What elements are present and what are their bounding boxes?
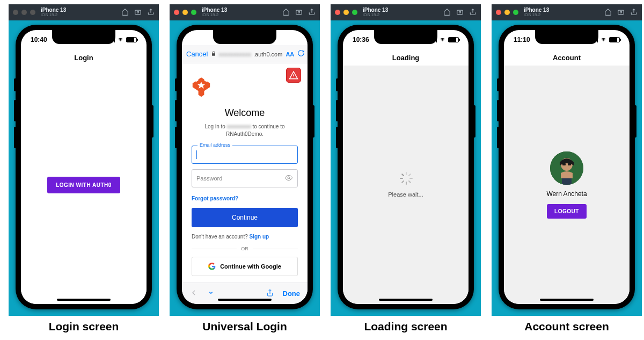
- home-icon[interactable]: [282, 8, 290, 17]
- window-traffic-lights[interactable]: [13, 10, 35, 15]
- share-icon[interactable]: [266, 288, 274, 299]
- minimize-window-dot[interactable]: [182, 10, 188, 15]
- simulator-window: iPhone 13 iOS 15.2 Cancel: [170, 4, 320, 316]
- close-window-dot[interactable]: [174, 10, 179, 15]
- nav-title: Loading: [392, 54, 420, 62]
- url-display[interactable]: xxxxxxxxxxx.auth0.com: [211, 51, 282, 57]
- simulator-titlebar: iPhone 13 iOS 15.2: [331, 4, 481, 20]
- signup-prompt: Don't have an account? Sign up: [192, 234, 298, 240]
- minimize-window-dot[interactable]: [504, 10, 510, 15]
- share-icon[interactable]: [147, 8, 155, 17]
- google-button-label: Continue with Google: [220, 263, 281, 270]
- share-icon[interactable]: [630, 8, 638, 17]
- share-icon[interactable]: [308, 8, 316, 17]
- screenshot-icon[interactable]: [134, 8, 142, 17]
- svg-point-11: [620, 11, 622, 13]
- nav-header: Account: [504, 49, 630, 66]
- login-with-auth0-button[interactable]: LOGIN WITH AUTH0: [47, 177, 120, 193]
- warning-badge[interactable]: [286, 68, 301, 83]
- zoom-window-dot[interactable]: [30, 10, 35, 15]
- universal-login-body: Welcome Log in to xxxxxxxxx to continue …: [182, 63, 308, 283]
- device-screen: Cancel xxxxxxxxxxx.auth0.com AA Welcome: [182, 30, 308, 304]
- simulator-window: iPhone 13 iOS 15.2 10:40: [9, 4, 159, 316]
- loading-body: Please wait...: [343, 66, 469, 304]
- notch: [213, 30, 276, 44]
- cancel-button[interactable]: Cancel: [186, 50, 208, 58]
- device-frame: Cancel xxxxxxxxxxx.auth0.com AA Welcome: [177, 25, 313, 309]
- column-account-screen: iPhone 13 iOS 15.2 11:10: [492, 4, 642, 333]
- home-icon[interactable]: [443, 8, 451, 17]
- window-traffic-lights[interactable]: [174, 10, 196, 15]
- os-version: iOS 15.2: [202, 13, 227, 18]
- device-screen: 10:40 Login LOGIN WITH AUTH0: [21, 30, 147, 304]
- home-icon[interactable]: [604, 8, 612, 17]
- auth0-logo-icon: [192, 77, 211, 99]
- svg-rect-0: [135, 10, 141, 15]
- text-size-button[interactable]: AA: [286, 51, 294, 57]
- zoom-window-dot[interactable]: [513, 10, 518, 15]
- close-window-dot[interactable]: [335, 10, 340, 15]
- email-field[interactable]: Email address: [192, 146, 298, 164]
- os-version: iOS 15.2: [363, 13, 388, 18]
- back-icon[interactable]: [189, 288, 198, 299]
- home-indicator[interactable]: [57, 299, 111, 301]
- signup-link[interactable]: Sign up: [250, 234, 269, 240]
- nav-header: Loading: [343, 49, 469, 66]
- home-icon[interactable]: [121, 8, 129, 17]
- caption: Universal Login: [202, 320, 287, 333]
- logout-button[interactable]: LOGOUT: [547, 204, 587, 219]
- close-window-dot[interactable]: [496, 10, 501, 15]
- refresh-icon[interactable]: [297, 49, 305, 59]
- forward-icon[interactable]: [207, 288, 215, 299]
- column-loading-screen: iPhone 13 iOS 15.2 10:36: [331, 4, 481, 333]
- continue-with-google-button[interactable]: Continue with Google: [192, 257, 298, 276]
- svg-point-7: [288, 177, 290, 179]
- simulator-title: iPhone 13 iOS 15.2: [363, 7, 388, 18]
- safari-nav-arrows: [189, 288, 215, 299]
- continue-button[interactable]: Continue: [192, 208, 298, 227]
- screenshot-icon[interactable]: [295, 8, 303, 17]
- screenshot-icon[interactable]: [456, 8, 464, 17]
- screenshot-icon[interactable]: [617, 8, 625, 17]
- device-frame: 10:36 Loading Please wa: [338, 25, 474, 309]
- window-traffic-lights[interactable]: [335, 10, 357, 15]
- zoom-window-dot[interactable]: [191, 10, 196, 15]
- forgot-password-link[interactable]: Forgot password?: [192, 196, 238, 201]
- password-field[interactable]: Password: [192, 169, 298, 187]
- simulator-toolbar-icons: [604, 4, 638, 20]
- simulator-window: iPhone 13 iOS 15.2 11:10: [492, 4, 642, 316]
- minimize-window-dot[interactable]: [21, 10, 27, 15]
- svg-rect-8: [457, 10, 463, 15]
- status-time: 10:40: [31, 36, 47, 44]
- status-time: 11:10: [514, 36, 530, 44]
- show-password-icon[interactable]: [284, 173, 293, 183]
- url-blurred-part: xxxxxxxxxxx: [218, 51, 251, 57]
- safari-toolbar: Done: [182, 283, 308, 304]
- simulator-toolbar-icons: [282, 4, 316, 20]
- safari-url-bar: Cancel xxxxxxxxxxx.auth0.com AA: [182, 45, 308, 63]
- simulator-title: iPhone 13 iOS 15.2: [41, 7, 66, 18]
- window-traffic-lights[interactable]: [496, 10, 518, 15]
- welcome-title: Welcome: [192, 107, 298, 119]
- device-frame: 10:40 Login LOGIN WITH AUTH0: [16, 25, 152, 309]
- done-button[interactable]: Done: [283, 290, 301, 298]
- battery-icon: [448, 37, 459, 42]
- close-window-dot[interactable]: [13, 10, 18, 15]
- notch: [52, 30, 115, 44]
- os-version: iOS 15.2: [524, 13, 549, 18]
- home-indicator[interactable]: [218, 299, 272, 301]
- please-wait-text: Please wait...: [388, 191, 423, 198]
- zoom-window-dot[interactable]: [352, 10, 357, 15]
- simulator-titlebar: iPhone 13 iOS 15.2: [170, 4, 320, 20]
- lock-icon: [211, 51, 216, 57]
- home-indicator[interactable]: [540, 299, 594, 301]
- account-body: Wern Ancheta LOGOUT: [504, 66, 630, 304]
- os-version: iOS 15.2: [41, 13, 66, 18]
- minimize-window-dot[interactable]: [343, 10, 349, 15]
- column-universal-login: iPhone 13 iOS 15.2 Cancel: [170, 4, 320, 333]
- text-cursor: [196, 150, 197, 159]
- home-indicator[interactable]: [379, 299, 433, 301]
- column-login-screen: iPhone 13 iOS 15.2 10:40: [9, 4, 159, 333]
- share-icon[interactable]: [469, 8, 477, 17]
- nav-title: Login: [74, 54, 93, 62]
